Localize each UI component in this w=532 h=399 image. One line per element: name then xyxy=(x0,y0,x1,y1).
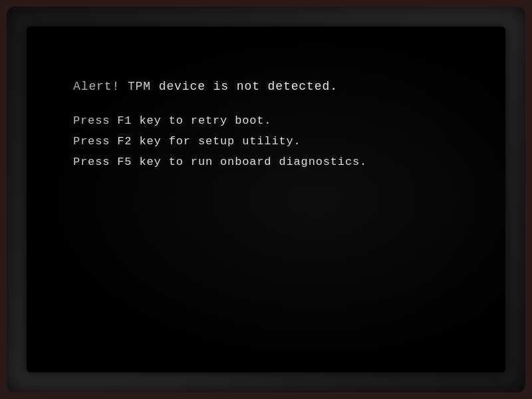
instruction-f1: Press F1 key to retry boot. xyxy=(73,112,459,130)
instructions-block: Press F1 key to retry boot. Press F2 key… xyxy=(73,112,459,172)
alert-text: Alert! TPM device is not detected. xyxy=(73,80,459,93)
instruction-f5: Press F5 key to run onboard diagnostics. xyxy=(73,153,459,171)
screen-bezel: Alert! TPM device is not detected. Press… xyxy=(27,27,505,372)
instruction-f2: Press F2 key for setup utility. xyxy=(73,132,459,150)
laptop-frame: Alert! TPM device is not detected. Press… xyxy=(7,7,525,392)
screen-content: Alert! TPM device is not detected. Press… xyxy=(27,27,505,372)
